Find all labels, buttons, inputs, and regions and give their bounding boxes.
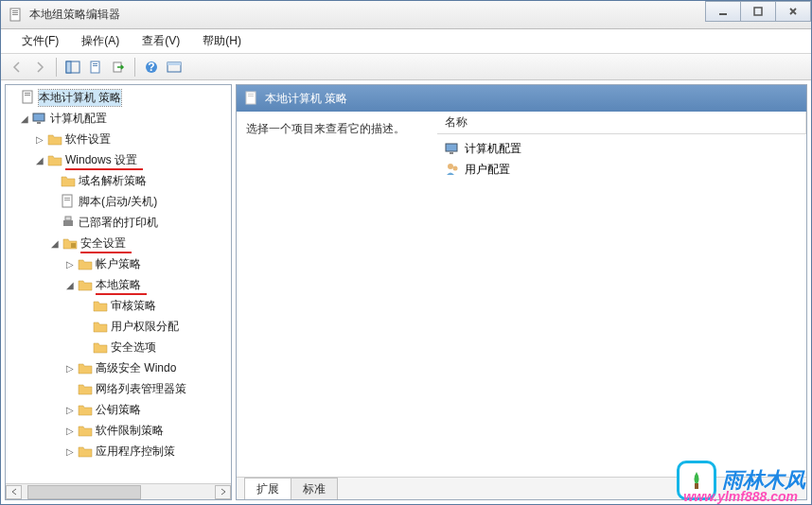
folder-icon — [61, 173, 76, 188]
show-hide-tree-button[interactable] — [62, 57, 83, 78]
tab-standard[interactable]: 标准 — [291, 478, 338, 500]
detail-title: 本地计算机 策略 — [265, 91, 347, 107]
svg-rect-15 — [168, 62, 181, 65]
tree-software-settings[interactable]: ▷ 软件设置 — [6, 129, 231, 149]
svg-rect-29 — [248, 96, 254, 96]
svg-rect-27 — [246, 92, 256, 104]
description-column: 选择一个项目来查看它的描述。 — [237, 112, 437, 477]
svg-rect-7 — [66, 61, 71, 73]
printer-icon — [61, 215, 76, 230]
tree-body[interactable]: 本地计算机 策略 ◢ 计算机配置 ▷ 软件设置 ◢ Windows 设置 域名解… — [6, 85, 231, 483]
tree-app-control[interactable]: ▷ 应用程序控制策 — [6, 441, 231, 461]
menu-view[interactable]: 查看(V) — [131, 29, 191, 53]
titlebar: 本地组策略编辑器 — [1, 1, 811, 29]
list-item-label: 计算机配置 — [465, 141, 521, 157]
svg-rect-24 — [63, 220, 73, 226]
close-button[interactable] — [775, 1, 811, 22]
back-button[interactable] — [7, 57, 27, 78]
tree-public-key[interactable]: ▷ 公钥策略 — [6, 399, 231, 420]
tree-advanced-windows[interactable]: ▷ 高级安全 Windo — [6, 357, 231, 378]
detail-pane: 本地计算机 策略 选择一个项目来查看它的描述。 名称 计算机配置 用户配置 — [236, 84, 807, 500]
collapse-icon[interactable]: ◢ — [49, 238, 61, 249]
menu-help[interactable]: 帮助(H) — [191, 29, 253, 53]
policy-icon — [21, 90, 36, 105]
list-column: 名称 计算机配置 用户配置 — [437, 112, 806, 477]
folder-icon — [78, 423, 93, 438]
svg-point-33 — [453, 166, 458, 171]
minimize-button[interactable] — [705, 1, 741, 22]
tree-windows-settings[interactable]: ◢ Windows 设置 — [6, 149, 231, 170]
collapse-icon[interactable]: ◢ — [34, 155, 45, 165]
tree-account-policy[interactable]: ▷ 帐户策略 — [6, 253, 231, 274]
tree-label: 软件设置 — [65, 131, 111, 148]
filter-button[interactable] — [164, 57, 185, 78]
folder-icon — [78, 402, 93, 417]
expand-icon[interactable]: ▷ — [64, 446, 76, 457]
tree-network-list[interactable]: 网络列表管理器策 — [6, 378, 231, 399]
list-body: 计算机配置 用户配置 — [437, 134, 806, 183]
content-area: 本地计算机 策略 ◢ 计算机配置 ▷ 软件设置 ◢ Windows 设置 域名解… — [1, 80, 811, 504]
tree-security-settings[interactable]: ◢ 安全设置 — [6, 233, 231, 253]
menu-file[interactable]: 文件(F) — [10, 29, 70, 53]
scroll-track[interactable] — [22, 485, 215, 499]
folder-icon — [93, 319, 108, 334]
tree-local-policy[interactable]: ◢ 本地策略 — [6, 274, 231, 295]
script-icon — [61, 194, 76, 209]
svg-rect-2 — [12, 12, 18, 13]
computer-icon — [445, 141, 460, 156]
folder-icon — [78, 381, 93, 396]
maximize-button[interactable] — [740, 1, 776, 22]
svg-rect-21 — [62, 195, 72, 207]
export-button[interactable] — [108, 57, 129, 78]
expand-icon[interactable]: ▷ — [64, 405, 76, 415]
tree-label: 安全选项 — [111, 340, 156, 356]
window-title: 本地组策略编辑器 — [29, 7, 120, 23]
tree-label: 应用程序控制策 — [96, 444, 175, 460]
tab-extended[interactable]: 扩展 — [244, 478, 291, 500]
properties-button[interactable] — [85, 57, 106, 78]
expand-icon[interactable]: ▷ — [34, 134, 45, 145]
window-buttons — [706, 1, 811, 22]
svg-rect-1 — [12, 10, 18, 11]
svg-rect-8 — [91, 61, 99, 73]
tree-label: Windows 设置 — [65, 152, 137, 168]
tree-computer-config[interactable]: ◢ 计算机配置 — [6, 108, 231, 129]
tree-security-options[interactable]: 安全选项 — [6, 337, 231, 357]
folder-icon — [78, 256, 93, 271]
tree-label: 软件限制策略 — [96, 423, 164, 439]
svg-rect-20 — [37, 122, 41, 124]
svg-rect-17 — [25, 93, 30, 94]
scroll-right-button[interactable] — [215, 485, 231, 499]
tree-user-rights[interactable]: 用户权限分配 — [6, 316, 231, 337]
expand-icon[interactable]: ▷ — [64, 426, 76, 436]
svg-rect-19 — [33, 113, 44, 121]
tree-software-restrict[interactable]: ▷ 软件限制策略 — [6, 420, 231, 441]
app-icon — [9, 8, 24, 23]
column-name[interactable]: 名称 — [437, 112, 806, 133]
tree-root[interactable]: 本地计算机 策略 — [6, 87, 231, 108]
help-button[interactable]: ? — [141, 57, 162, 78]
tree-pane: 本地计算机 策略 ◢ 计算机配置 ▷ 软件设置 ◢ Windows 设置 域名解… — [5, 84, 232, 500]
tree-hscrollbar[interactable] — [6, 483, 231, 499]
expand-icon[interactable]: ▷ — [64, 259, 76, 270]
tree-label: 脚本(启动/关机) — [79, 194, 157, 210]
svg-rect-28 — [248, 94, 254, 95]
collapse-icon[interactable]: ◢ — [64, 280, 76, 290]
collapse-icon[interactable]: ◢ — [19, 113, 30, 124]
expand-icon[interactable]: ▷ — [64, 363, 76, 374]
tree-dns-policy[interactable]: 域名解析策略 — [6, 170, 231, 191]
toolbar-separator — [134, 58, 135, 77]
svg-rect-25 — [65, 217, 71, 220]
tree-audit-policy[interactable]: 审核策略 — [6, 295, 231, 316]
tree-label: 帐户策略 — [96, 256, 141, 272]
tree-scripts[interactable]: 脚本(启动/关机) — [6, 191, 231, 212]
scroll-thumb[interactable] — [27, 485, 141, 499]
tree-printers[interactable]: 已部署的打印机 — [6, 212, 231, 233]
scroll-left-button[interactable] — [6, 485, 22, 499]
list-item[interactable]: 用户配置 — [437, 159, 806, 180]
forward-button[interactable] — [29, 57, 50, 78]
tree-label: 公钥策略 — [96, 402, 141, 418]
list-item[interactable]: 计算机配置 — [437, 138, 806, 159]
menu-action[interactable]: 操作(A) — [70, 29, 131, 53]
svg-rect-31 — [450, 152, 453, 154]
